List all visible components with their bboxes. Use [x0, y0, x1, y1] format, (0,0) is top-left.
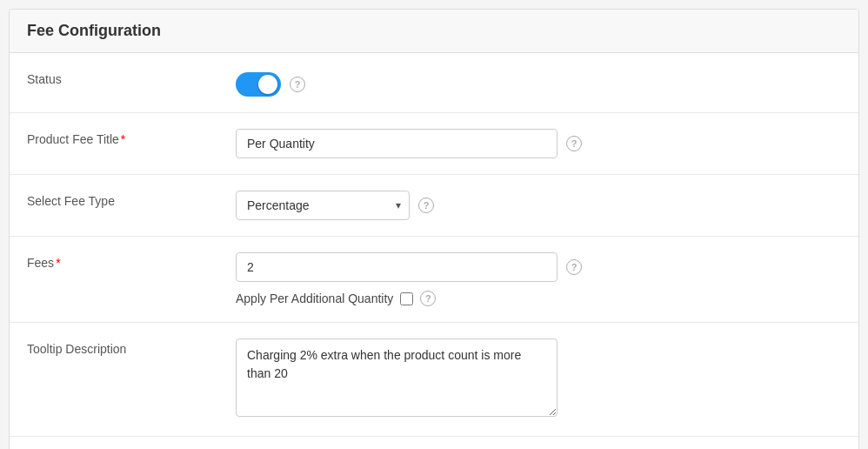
page-title: Fee Configuration	[27, 22, 841, 40]
fee-type-select[interactable]: Percentage Fixed	[236, 191, 410, 220]
apply-per-additional-label: Apply Per Additional Quantity	[236, 292, 393, 305]
select-wrapper: Percentage Fixed ▾	[236, 191, 410, 220]
select-fee-type-row: Select Fee Type Percentage Fixed ▾ ?	[10, 175, 858, 237]
fees-row: Fees* ? Apply Per Additional Quantity ?	[10, 237, 858, 323]
product-fee-title-input-row: ?	[236, 129, 841, 158]
bottom-partial-label	[10, 437, 218, 450]
required-marker: *	[121, 132, 125, 146]
product-fee-title-input[interactable]	[236, 129, 558, 158]
apply-per-additional-checkbox[interactable]	[400, 292, 413, 305]
status-toggle[interactable]	[236, 72, 281, 97]
fees-input-row: ?	[236, 252, 841, 282]
select-fee-type-content: Percentage Fixed ▾ ?	[218, 175, 858, 237]
status-content: ?	[218, 53, 858, 113]
bottom-partial-row	[10, 437, 858, 450]
fees-required-marker: *	[56, 256, 60, 270]
fees-label: Fees*	[10, 237, 218, 323]
form-table: Status ? Product Fee Title* ?	[10, 53, 858, 449]
apply-per-additional-help-icon[interactable]: ?	[420, 291, 436, 306]
apply-per-additional-row: Apply Per Additional Quantity ?	[236, 291, 841, 306]
fees-help-icon[interactable]: ?	[566, 259, 582, 275]
product-fee-title-row: Product Fee Title* ?	[10, 113, 858, 175]
product-fee-title-help-icon[interactable]: ?	[566, 136, 582, 151]
status-help-icon[interactable]: ?	[290, 77, 305, 92]
product-fee-title-content: ?	[218, 113, 858, 175]
toggle-slider	[236, 72, 281, 97]
fees-section: ? Apply Per Additional Quantity ?	[236, 252, 841, 306]
panel-header: Fee Configuration	[10, 10, 858, 53]
toggle-wrapper: ?	[236, 69, 841, 97]
fee-type-help-icon[interactable]: ?	[418, 198, 434, 213]
tooltip-description-textarea[interactable]: Charging 2% extra when the product count…	[236, 338, 558, 417]
tooltip-description-content: Charging 2% extra when the product count…	[218, 323, 858, 437]
product-fee-title-label: Product Fee Title*	[10, 113, 218, 175]
fees-input[interactable]	[236, 252, 558, 282]
tooltip-description-row: Tooltip Description Charging 2% extra wh…	[10, 323, 858, 437]
status-row: Status ?	[10, 53, 858, 113]
select-fee-type-label: Select Fee Type	[10, 175, 218, 237]
bottom-partial-content	[218, 437, 858, 450]
tooltip-description-label: Tooltip Description	[10, 323, 218, 437]
fees-content: ? Apply Per Additional Quantity ?	[218, 237, 858, 323]
fee-configuration-panel: Fee Configuration Status ? Product Fee T…	[9, 9, 859, 449]
select-fee-type-input-row: Percentage Fixed ▾ ?	[236, 191, 841, 220]
status-label: Status	[10, 53, 218, 113]
